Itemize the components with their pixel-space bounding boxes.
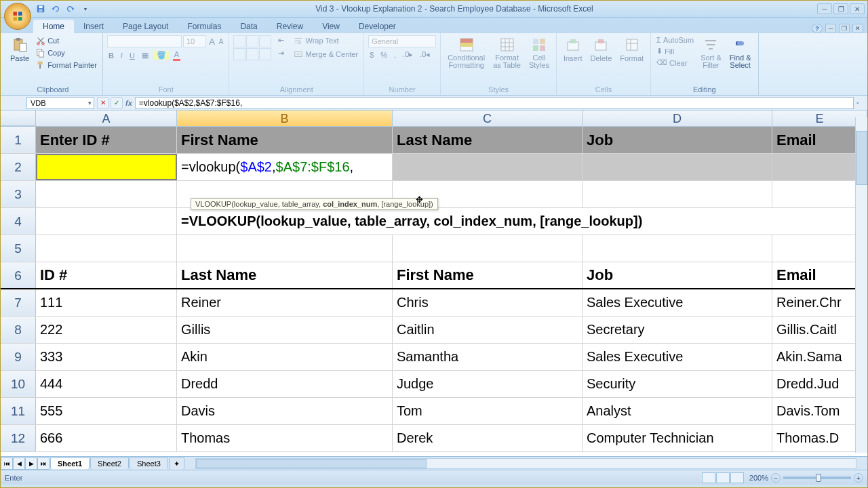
- fill-color-button[interactable]: 🪣: [154, 51, 169, 60]
- cell[interactable]: Gillis.Caitl: [772, 317, 867, 343]
- autosum-button[interactable]: Σ AutoSum: [655, 35, 695, 45]
- sheet-nav-last-icon[interactable]: ⏭: [37, 458, 50, 470]
- indent-increase-icon[interactable]: ⇥: [277, 48, 285, 58]
- sheet-tab-1[interactable]: Sheet1: [50, 458, 90, 469]
- cell[interactable]: Email: [772, 262, 867, 288]
- zoom-in-button[interactable]: +: [854, 473, 863, 483]
- find-select-button[interactable]: Find & Select: [727, 35, 754, 70]
- cell[interactable]: Chris: [393, 289, 583, 316]
- cell[interactable]: Sales Executive: [583, 289, 772, 316]
- workbook-close-button[interactable]: ✕: [852, 24, 863, 33]
- cell[interactable]: 333: [36, 344, 177, 370]
- grow-font-icon[interactable]: A: [208, 36, 216, 47]
- decrease-decimal-button[interactable]: .0◂: [418, 49, 431, 60]
- format-painter-button[interactable]: Format Painter: [35, 60, 98, 70]
- row-header[interactable]: 10: [1, 371, 36, 397]
- row-header[interactable]: 8: [1, 317, 36, 343]
- horizontal-scrollbar[interactable]: [195, 458, 856, 469]
- cell[interactable]: Judge: [393, 371, 583, 397]
- border-button[interactable]: ▦: [140, 50, 150, 60]
- clear-button[interactable]: ⌫ Clear: [655, 58, 695, 68]
- cell[interactable]: 666: [36, 425, 177, 451]
- cell[interactable]: [36, 235, 177, 262]
- cell[interactable]: 555: [36, 398, 177, 424]
- col-header-c[interactable]: C: [393, 110, 583, 126]
- percent-button[interactable]: %: [379, 50, 389, 60]
- cell[interactable]: ID #: [36, 262, 177, 288]
- cell[interactable]: Enter ID #: [36, 127, 177, 153]
- cell[interactable]: Samantha: [393, 344, 583, 370]
- tab-formulas[interactable]: Formulas: [178, 20, 231, 33]
- row-header[interactable]: 11: [1, 398, 36, 424]
- sheet-tab-3[interactable]: Sheet3: [130, 458, 168, 469]
- new-sheet-button[interactable]: ✦: [169, 458, 184, 470]
- cell[interactable]: Reiner.Chr: [772, 289, 867, 316]
- sheet-nav-prev-icon[interactable]: ◀: [13, 458, 25, 470]
- row-header[interactable]: 1: [1, 127, 36, 153]
- delete-cells-button[interactable]: Delete: [587, 35, 614, 64]
- workbook-restore-button[interactable]: ❐: [839, 24, 850, 33]
- accept-formula-icon[interactable]: ✓: [111, 97, 123, 109]
- col-header-e[interactable]: E: [772, 110, 867, 126]
- cell[interactable]: Davis.Tom: [772, 398, 867, 424]
- cell[interactable]: Thomas: [177, 425, 393, 451]
- cell[interactable]: First Name: [177, 127, 393, 153]
- cut-button[interactable]: Cut: [35, 35, 98, 46]
- indent-decrease-icon[interactable]: ⇤: [277, 35, 285, 45]
- maximize-button[interactable]: ❐: [833, 3, 848, 14]
- cell[interactable]: Caitlin: [393, 317, 583, 343]
- cell[interactable]: Last Name: [177, 262, 393, 288]
- cell[interactable]: Tom: [393, 398, 583, 424]
- cell[interactable]: [772, 181, 867, 207]
- increase-decimal-button[interactable]: .0▸: [401, 49, 414, 60]
- cell[interactable]: Secretary: [583, 317, 772, 343]
- qat-dropdown-icon[interactable]: ▾: [79, 3, 92, 15]
- cancel-formula-icon[interactable]: ✕: [97, 97, 109, 109]
- sheet-nav-first-icon[interactable]: ⏮: [1, 458, 13, 470]
- tab-review[interactable]: Review: [267, 20, 313, 33]
- view-normal-button[interactable]: [702, 472, 715, 483]
- col-header-b[interactable]: B: [177, 110, 393, 126]
- currency-button[interactable]: $: [368, 50, 375, 60]
- formula-input[interactable]: =vlookup($A$2,$A$7:$F$16,: [135, 97, 854, 109]
- cell[interactable]: [36, 208, 177, 235]
- conditional-formatting-button[interactable]: Conditional Formatting: [445, 35, 488, 70]
- zoom-value[interactable]: 200%: [749, 474, 768, 482]
- row-header[interactable]: 7: [1, 289, 36, 316]
- tab-data[interactable]: Data: [231, 20, 267, 33]
- help-icon[interactable]: ?: [812, 24, 823, 33]
- cell[interactable]: Job: [583, 127, 772, 153]
- tab-developer[interactable]: Developer: [349, 20, 406, 33]
- cell[interactable]: First Name: [393, 262, 583, 288]
- formula-tooltip[interactable]: VLOOKUP(lookup_value, table_array, col_i…: [191, 198, 438, 210]
- italic-button[interactable]: I: [119, 51, 124, 60]
- cell[interactable]: [393, 235, 583, 262]
- cell-styles-button[interactable]: Cell Styles: [526, 35, 552, 70]
- format-cells-button[interactable]: Format: [617, 35, 646, 64]
- merge-center-button[interactable]: Merge & Center: [292, 49, 359, 60]
- col-header-d[interactable]: D: [583, 110, 772, 126]
- comma-button[interactable]: ,: [393, 50, 397, 60]
- cell[interactable]: Reiner: [177, 289, 393, 316]
- cell[interactable]: 222: [36, 317, 177, 343]
- format-as-table-button[interactable]: Format as Table: [490, 35, 524, 70]
- cell[interactable]: [583, 235, 772, 262]
- close-button[interactable]: ✕: [850, 3, 865, 14]
- tab-home[interactable]: Home: [33, 20, 74, 33]
- cell-enter-id[interactable]: [36, 154, 177, 180]
- select-all-corner[interactable]: [1, 110, 36, 126]
- col-header-a[interactable]: A: [36, 110, 177, 126]
- cell[interactable]: Job: [583, 262, 772, 288]
- number-format-combo[interactable]: General: [368, 35, 436, 47]
- fill-button[interactable]: ⬇ Fill: [655, 46, 695, 56]
- sheet-tab-2[interactable]: Sheet2: [90, 458, 129, 469]
- cell[interactable]: Davis: [177, 398, 393, 424]
- row-header[interactable]: 6: [1, 262, 36, 288]
- row-header[interactable]: 3: [1, 181, 36, 207]
- wrap-text-button[interactable]: Wrap Text: [292, 35, 359, 46]
- view-page-layout-button[interactable]: [716, 472, 730, 483]
- sheet-nav-next-icon[interactable]: ▶: [25, 458, 37, 470]
- font-color-button[interactable]: A: [173, 49, 180, 61]
- cell[interactable]: Computer Technician: [583, 425, 772, 451]
- workbook-minimize-button[interactable]: ─: [825, 24, 836, 33]
